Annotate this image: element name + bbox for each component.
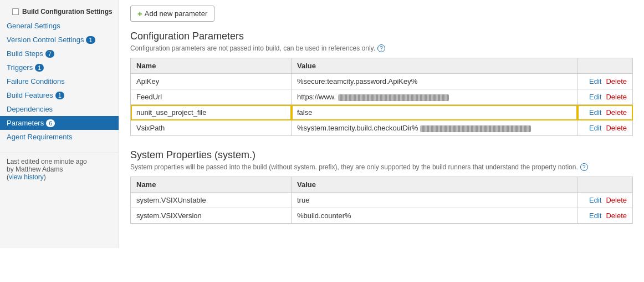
system-props-table: Name Value system.VSIXUnstabletrueEditDe… xyxy=(130,177,633,224)
sidebar-item-label-dependencies: Dependencies xyxy=(7,105,53,113)
config-params-section: Configuration Parameters Configuration p… xyxy=(130,31,633,136)
add-new-parameter-button[interactable]: + Add new parameter xyxy=(130,6,214,22)
param-value-0: %secure:teamcity.password.ApiKey% xyxy=(292,74,577,89)
sidebar-item-label-general-settings: General Settings xyxy=(7,22,60,30)
param-name-0: ApiKey xyxy=(131,74,292,89)
edit-sys-prop-1[interactable]: Edit xyxy=(589,212,601,220)
param-actions-3: EditDelete xyxy=(577,120,633,136)
delete-param-0[interactable]: Delete xyxy=(606,77,627,85)
sidebar-badge-parameters: 6 xyxy=(46,119,55,127)
param-value-3: %system.teamcity.build.checkoutDir% xyxy=(292,120,577,136)
param-actions-0: EditDelete xyxy=(577,74,633,89)
config-params-col-value: Value xyxy=(292,58,577,74)
delete-param-1[interactable]: Delete xyxy=(606,93,627,101)
view-history-link[interactable]: view history xyxy=(9,173,44,181)
sidebar-item-label-failure-conditions: Failure Conditions xyxy=(7,77,65,85)
sidebar-footer: Last edited one minute ago by Matthew Ad… xyxy=(0,153,119,185)
system-props-title: System Properties (system.) xyxy=(130,149,633,161)
table-row: system.VSIXUnstabletrueEditDelete xyxy=(131,193,633,208)
param-value-2: false xyxy=(292,105,577,120)
sidebar-nav: General SettingsVersion Control Settings… xyxy=(0,19,119,144)
sys-prop-name-0: system.VSIXUnstable xyxy=(131,193,292,208)
sys-prop-name-1: system.VSIXVersion xyxy=(131,208,292,224)
sidebar-header-label: Build Configuration Settings xyxy=(22,8,113,16)
delete-sys-prop-1[interactable]: Delete xyxy=(606,212,627,220)
sidebar-item-triggers[interactable]: Triggers1 xyxy=(0,61,119,74)
sidebar-badge-build-steps: 7 xyxy=(45,50,54,58)
sidebar-badge-build-features: 1 xyxy=(55,92,64,99)
sidebar-item-parameters[interactable]: Parameters6 xyxy=(0,116,119,130)
main-content: + Add new parameter Configuration Parame… xyxy=(119,0,644,248)
system-props-col-actions xyxy=(577,177,633,193)
delete-param-2[interactable]: Delete xyxy=(606,108,627,117)
system-props-col-name: Name xyxy=(131,177,292,193)
sidebar-item-label-build-steps: Build Steps xyxy=(7,49,43,58)
system-props-desc: System properties will be passed into th… xyxy=(130,163,633,171)
sidebar-item-failure-conditions[interactable]: Failure Conditions xyxy=(0,74,119,88)
sidebar-item-label-parameters: Parameters xyxy=(7,119,44,127)
sidebar-item-dependencies[interactable]: Dependencies xyxy=(0,102,119,116)
param-actions-1: EditDelete xyxy=(577,89,633,105)
sys-prop-value-0: true xyxy=(292,193,577,208)
config-params-desc: Configuration parameters are not passed … xyxy=(130,44,633,52)
sidebar: Build Configuration Settings General Set… xyxy=(0,0,119,248)
param-actions-2: EditDelete xyxy=(577,105,633,120)
system-props-help-icon[interactable]: ? xyxy=(580,163,588,171)
table-row: system.VSIXVersion%build.counter%EditDel… xyxy=(131,208,633,224)
config-params-help-icon[interactable]: ? xyxy=(377,44,385,52)
edit-param-2[interactable]: Edit xyxy=(589,108,601,117)
config-params-col-actions xyxy=(577,58,633,74)
sys-prop-value-1: %build.counter% xyxy=(292,208,577,224)
sidebar-badge-version-control-settings: 1 xyxy=(86,36,95,44)
delete-sys-prop-0[interactable]: Delete xyxy=(606,196,627,204)
system-props-col-value: Value xyxy=(292,177,577,193)
edit-param-1[interactable]: Edit xyxy=(589,93,601,101)
delete-param-3[interactable]: Delete xyxy=(606,124,627,132)
table-row: FeedUrlhttps://www. EditDelete xyxy=(131,89,633,105)
sidebar-item-build-steps[interactable]: Build Steps7 xyxy=(0,47,119,61)
sidebar-header-icon xyxy=(12,8,19,15)
sidebar-header: Build Configuration Settings xyxy=(0,4,119,19)
table-row: nunit_use_project_filefalseEditDelete xyxy=(131,105,633,120)
last-edited-text: Last edited one minute ago by Matthew Ad… xyxy=(7,158,112,181)
param-value-1: https://www. xyxy=(292,89,577,105)
sidebar-item-agent-requirements[interactable]: Agent Requirements xyxy=(0,130,119,144)
edit-param-0[interactable]: Edit xyxy=(589,77,601,85)
system-props-section: System Properties (system.) System prope… xyxy=(130,149,633,224)
sidebar-item-label-triggers: Triggers xyxy=(7,63,33,72)
param-name-2: nunit_use_project_file xyxy=(131,105,292,120)
plus-icon: + xyxy=(137,9,142,18)
sidebar-item-label-build-features: Build Features xyxy=(7,91,53,99)
config-params-title: Configuration Parameters xyxy=(130,31,633,42)
sidebar-item-label-agent-requirements: Agent Requirements xyxy=(7,133,73,141)
sidebar-item-general-settings[interactable]: General Settings xyxy=(0,19,119,33)
sidebar-item-version-control-settings[interactable]: Version Control Settings1 xyxy=(0,33,119,47)
config-params-col-name: Name xyxy=(131,58,292,74)
param-name-3: VsixPath xyxy=(131,120,292,136)
sidebar-item-build-features[interactable]: Build Features1 xyxy=(0,88,119,102)
param-name-1: FeedUrl xyxy=(131,89,292,105)
sys-prop-actions-1: EditDelete xyxy=(577,208,633,224)
table-row: VsixPath%system.teamcity.build.checkoutD… xyxy=(131,120,633,136)
config-params-table: Name Value ApiKey%secure:teamcity.passwo… xyxy=(130,58,633,136)
sidebar-badge-triggers: 1 xyxy=(35,64,44,72)
edit-sys-prop-0[interactable]: Edit xyxy=(589,196,601,204)
edit-param-3[interactable]: Edit xyxy=(589,124,601,132)
toolbar: + Add new parameter xyxy=(130,6,633,22)
sidebar-item-label-version-control-settings: Version Control Settings xyxy=(7,36,84,44)
table-row: ApiKey%secure:teamcity.password.ApiKey%E… xyxy=(131,74,633,89)
add-button-label: Add new parameter xyxy=(145,9,207,18)
sys-prop-actions-0: EditDelete xyxy=(577,193,633,208)
